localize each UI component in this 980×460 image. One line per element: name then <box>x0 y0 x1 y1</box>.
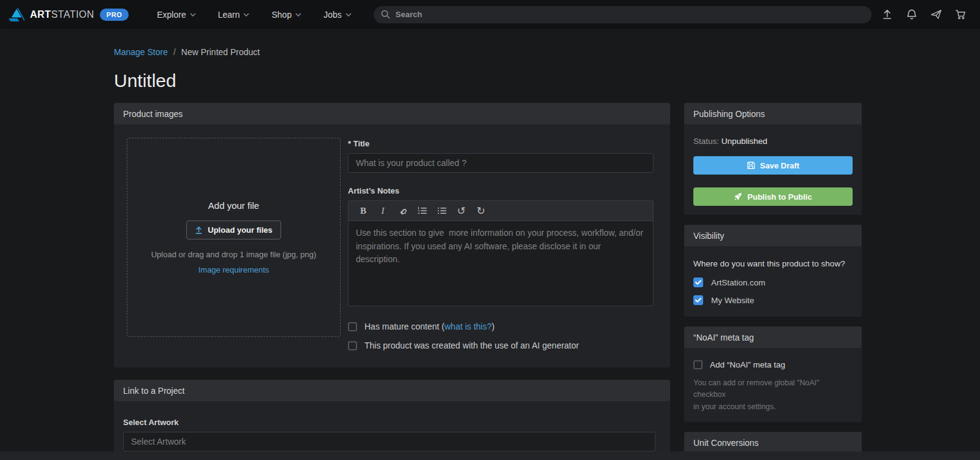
pro-badge: PRO <box>100 9 129 21</box>
chevron-down-icon <box>243 13 249 17</box>
page-title: Untitled <box>114 70 980 91</box>
status-value: Unpublished <box>722 137 767 146</box>
notes-editor-toolbar: B I ↺ ↻ <box>348 200 654 221</box>
visibility-header: Visibility <box>684 225 862 246</box>
mature-content-row: Has mature content (what is this?) <box>348 322 654 331</box>
undo-icon[interactable]: ↺ <box>451 201 471 221</box>
search-icon <box>381 10 390 19</box>
my-website-checkbox[interactable] <box>693 295 703 305</box>
link-icon[interactable] <box>393 201 412 221</box>
artists-notes-textarea[interactable] <box>348 221 654 306</box>
title-label: * Title <box>348 139 654 148</box>
breadcrumb-manage-store-link[interactable]: Manage Store <box>114 47 168 57</box>
link-to-project-panel: Link to a Project Select Artwork <box>114 380 670 460</box>
redo-icon[interactable]: ↻ <box>471 201 491 221</box>
brand-name: ARTSTATION <box>30 9 94 20</box>
mature-content-label: Has mature content (what is this?) <box>364 322 494 331</box>
ai-generator-label: This product was created with the use of… <box>364 341 579 350</box>
chevron-down-icon <box>295 13 301 17</box>
rocket-icon <box>734 192 742 201</box>
dropzone-heading: Add your file <box>208 200 259 211</box>
italic-icon[interactable]: I <box>373 201 393 221</box>
status-line: Status: Unpublished <box>693 137 853 146</box>
messages-paper-plane-icon[interactable] <box>930 9 942 20</box>
noai-meta-tag-panel: “NoAI” meta tag Add “NoAI” meta tag You … <box>684 326 862 422</box>
notifications-bell-icon[interactable] <box>906 9 918 20</box>
search-bar[interactable] <box>374 6 872 23</box>
chevron-down-icon <box>190 13 196 17</box>
unit-conversions-header: Unit Conversions <box>684 432 862 453</box>
artists-notes-label: Artist’s Notes <box>348 186 654 195</box>
select-artwork-label: Select Artwork <box>123 418 655 427</box>
floppy-disk-icon <box>747 161 755 170</box>
ai-generator-row: This product was created with the use of… <box>348 341 654 350</box>
artstation-logo[interactable]: ARTSTATION PRO <box>9 7 129 21</box>
ai-generator-checkbox[interactable] <box>348 341 357 350</box>
dropzone-hint: Upload or drag and drop 1 image file (jp… <box>151 250 317 259</box>
image-requirements-link[interactable]: Image requirements <box>198 265 270 274</box>
product-images-panel: Product images Add your file Upload your… <box>114 103 670 368</box>
breadcrumb-separator: / <box>173 47 176 57</box>
mature-content-checkbox[interactable] <box>348 322 357 331</box>
upload-icon[interactable] <box>881 9 893 20</box>
new-printed-product-page: ARTSTATION PRO Explore Learn Shop Jobs <box>0 0 980 460</box>
link-to-project-header: Link to a Project <box>114 380 670 401</box>
top-navbar: ARTSTATION PRO Explore Learn Shop Jobs <box>0 0 980 29</box>
breadcrumb-current: New Printed Product <box>181 47 260 57</box>
product-title-input[interactable] <box>348 153 654 173</box>
noai-meta-tag-header: “NoAI” meta tag <box>684 326 862 348</box>
noai-help-text: You can add or remove global "NoAI" chec… <box>693 377 853 413</box>
nav-item-jobs[interactable]: Jobs <box>312 0 363 29</box>
breadcrumb: Manage Store / New Printed Product <box>114 47 980 57</box>
visibility-option-artstation: ArtStation.com <box>693 277 853 287</box>
artstation-logo-icon <box>9 7 24 21</box>
visibility-panel: Visibility Where do you want this produc… <box>684 225 862 317</box>
search-input[interactable] <box>396 10 864 19</box>
ordered-list-icon[interactable] <box>412 201 432 221</box>
select-artwork-input[interactable] <box>123 432 655 451</box>
noai-checkbox-row: Add “NoAI” meta tag <box>693 360 853 369</box>
publish-to-public-button[interactable]: Publish to Public <box>693 187 853 206</box>
what-is-this-link[interactable]: what is this? <box>445 322 492 331</box>
save-draft-button[interactable]: Save Draft <box>693 156 853 175</box>
navbar-actions <box>881 9 971 20</box>
file-dropzone[interactable]: Add your file Upload your files Upload o… <box>127 138 341 337</box>
chevron-down-icon <box>345 13 352 17</box>
main-nav: Explore Learn Shop Jobs <box>146 0 363 29</box>
visibility-option-my-website: My Website <box>693 295 853 305</box>
nav-item-shop[interactable]: Shop <box>260 0 312 29</box>
product-images-header: Product images <box>114 103 670 124</box>
bullet-list-icon[interactable] <box>432 201 451 221</box>
artstation-com-checkbox[interactable] <box>693 277 703 287</box>
noai-checkbox[interactable] <box>693 360 703 369</box>
upload-arrow-icon <box>195 226 203 235</box>
nav-item-learn[interactable]: Learn <box>207 0 261 29</box>
visibility-question: Where do you want this product to show? <box>693 259 853 268</box>
bold-icon[interactable]: B <box>353 201 373 221</box>
nav-item-explore[interactable]: Explore <box>146 0 206 29</box>
cart-icon[interactable] <box>955 9 967 20</box>
publishing-options-panel: Publishing Options Status: Unpublished S… <box>684 103 862 215</box>
publishing-options-header: Publishing Options <box>684 103 862 124</box>
upload-files-button[interactable]: Upload your files <box>186 221 281 239</box>
bottom-scroll-strip[interactable] <box>0 451 980 460</box>
